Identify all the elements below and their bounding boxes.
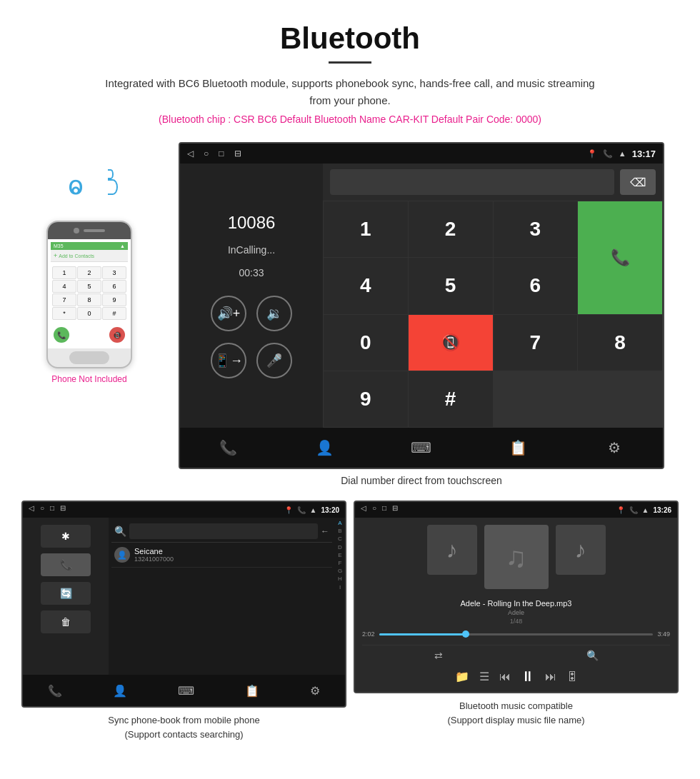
pb-status-bar: ◁ ○ □ ⊟ 📍 📞 ▲ 13:20 (23, 502, 345, 518)
music-note-main-icon: ♫ (506, 541, 527, 573)
album-art-main: ♫ (484, 525, 549, 589)
phone-key-3: 3 (102, 266, 126, 279)
pb-nav-icons: ◁ ○ □ ⊟ (29, 504, 66, 516)
key-8[interactable]: 8 (578, 315, 662, 371)
phone-key-1: 1 (52, 266, 76, 279)
call-green-key[interactable]: 📞 (578, 201, 662, 314)
nav-icons: ◁ ○ □ ⊟ (187, 149, 241, 159)
music-caption: Bluetooth music compatible (Support disp… (447, 699, 584, 727)
back-nav-icon[interactable]: ◁ (187, 149, 194, 159)
top-section: ⱺ M35 ▲ + (21, 142, 679, 486)
home-nav-icon[interactable]: ○ (204, 149, 209, 159)
number-input-field[interactable] (330, 169, 614, 195)
pb-letter-f[interactable]: F (336, 559, 344, 567)
number-display-bar: ⌫ (323, 164, 663, 201)
pb-status-icons: 📍 📞 ▲ 13:20 (284, 504, 339, 516)
progress-bar[interactable] (379, 633, 654, 635)
volume-down-button[interactable]: 🔉 (256, 296, 292, 331)
music-shuffle-icon[interactable]: ⇄ (434, 650, 443, 661)
pb-bluetooth-button[interactable]: ✱ (41, 525, 91, 548)
phone-screen: M35 ▲ + Add to Contacts 1 2 3 4 5 6 (48, 239, 131, 348)
pb-recents-icon[interactable]: □ (50, 504, 54, 516)
recents-nav-icon[interactable]: □ (219, 149, 224, 159)
toolbar-contacts-icon[interactable]: 👤 (311, 433, 339, 462)
pb-toolbar-dialpad[interactable]: ⌨ (178, 684, 194, 698)
title-underline (329, 61, 371, 64)
pb-letter-h[interactable]: H (336, 575, 344, 583)
call-green-button[interactable]: 📞 (54, 327, 69, 343)
phone-key-7: 7 (52, 293, 76, 306)
key-2[interactable]: 2 (409, 201, 493, 257)
pb-back-icon[interactable]: ◁ (29, 504, 34, 516)
pb-call-button[interactable]: 📞 (41, 553, 91, 576)
toolbar-settings-icon[interactable]: ⚙ (600, 433, 629, 462)
contact-phone: 13241007000 (134, 556, 174, 563)
pb-toolbar-settings[interactable]: ⚙ (310, 684, 320, 698)
music-pause-icon[interactable]: ⏸ (521, 668, 535, 685)
pb-toolbar-transfer[interactable]: 📋 (245, 684, 259, 698)
key-6[interactable]: 6 (494, 258, 578, 313)
delete-button[interactable]: ⌫ (620, 169, 656, 195)
pb-toolbar: 📞 👤 ⌨ 📋 ⚙ (23, 675, 345, 706)
call-red-button[interactable]: 📵 (109, 327, 125, 343)
pb-letter-a[interactable]: A (336, 519, 344, 527)
keypad-grid: 1 2 3 📞 4 5 6 0 📵 7 8 9 # (323, 201, 663, 428)
dial-status-text: InCalling... (228, 244, 275, 256)
pb-search-input[interactable] (129, 523, 318, 539)
pb-letter-b[interactable]: B (336, 527, 344, 535)
album-art-left: ♪ (427, 525, 477, 575)
pb-letter-e[interactable]: E (336, 551, 344, 559)
pb-toolbar-calls[interactable]: 📞 (48, 684, 62, 698)
pb-delete-button[interactable]: 🗑 (41, 610, 91, 633)
pb-back-button[interactable]: ← (321, 526, 329, 536)
music-home-icon[interactable]: ○ (372, 504, 376, 516)
toolbar-dialpad-icon[interactable]: ⌨ (407, 433, 436, 462)
pb-letter-g[interactable]: G (336, 567, 344, 575)
pb-sync-button[interactable]: 🔄 (41, 582, 91, 605)
pb-home-icon[interactable]: ○ (40, 504, 44, 516)
key-0[interactable]: 0 (324, 315, 408, 371)
pb-letter-c[interactable]: C (336, 535, 344, 543)
pb-menu-icon[interactable]: ⊟ (60, 504, 66, 516)
phone-mockup: M35 ▲ + Add to Contacts 1 2 3 4 5 6 (46, 221, 132, 368)
pb-letter-i[interactable]: I (336, 583, 344, 591)
music-card: ◁ ○ □ ⊟ 📍 📞 ▲ 13:26 (354, 501, 679, 741)
bottom-section: ◁ ○ □ ⊟ 📍 📞 ▲ 13:20 (21, 501, 679, 741)
album-art-right: ♪ (556, 525, 606, 575)
volume-up-button[interactable]: 🔊+ (211, 296, 246, 331)
music-menu-icon[interactable]: ⊟ (392, 504, 398, 516)
key-3[interactable]: 3 (494, 201, 578, 257)
toolbar-transfer-icon[interactable]: 📋 (504, 433, 532, 462)
page-title: Bluetooth (14, 21, 686, 56)
subtitle-text: Integrated with BC6 Bluetooth module, su… (100, 75, 600, 109)
phone-signal-icon: 📞 (603, 149, 613, 159)
music-folder-icon[interactable]: 📁 (455, 670, 469, 683)
key-9[interactable]: 9 (324, 371, 408, 427)
pb-call-icon: 📞 (60, 559, 72, 571)
key-hash[interactable]: # (409, 371, 493, 427)
pb-toolbar-contacts[interactable]: 👤 (113, 684, 127, 698)
mute-button[interactable]: 🎤 (256, 343, 292, 378)
music-recents-icon[interactable]: □ (382, 504, 386, 516)
phone-key-8: 8 (77, 293, 101, 306)
toolbar-calls-icon[interactable]: 📞 (214, 433, 243, 462)
music-controls: 📁 ☰ ⏮ ⏸ ⏭ 🎛 (455, 668, 578, 685)
transfer-button[interactable]: 📱→ (211, 343, 246, 378)
phone-home-button[interactable] (69, 351, 109, 364)
music-list-icon[interactable]: ☰ (479, 670, 489, 683)
music-search2-icon[interactable]: 🔍 (586, 650, 599, 661)
dial-screen-caption: Dial number direct from touchscreen (341, 475, 502, 486)
music-back-icon[interactable]: ◁ (361, 504, 366, 516)
music-equalizer-icon[interactable]: 🎛 (566, 670, 578, 683)
menu-nav-icon[interactable]: ⊟ (234, 149, 241, 159)
pb-letter-d[interactable]: D (336, 543, 344, 551)
key-4[interactable]: 4 (324, 258, 408, 313)
music-next-icon[interactable]: ⏭ (545, 670, 556, 683)
key-1[interactable]: 1 (324, 201, 408, 257)
music-prev-icon[interactable]: ⏮ (499, 670, 511, 683)
key-7[interactable]: 7 (494, 315, 578, 371)
call-red-key[interactable]: 📵 (409, 315, 493, 371)
contact-item-seicane[interactable]: 👤 Seicane 13241007000 (111, 543, 332, 568)
key-5[interactable]: 5 (409, 258, 493, 313)
wave-medium-icon (108, 179, 118, 195)
